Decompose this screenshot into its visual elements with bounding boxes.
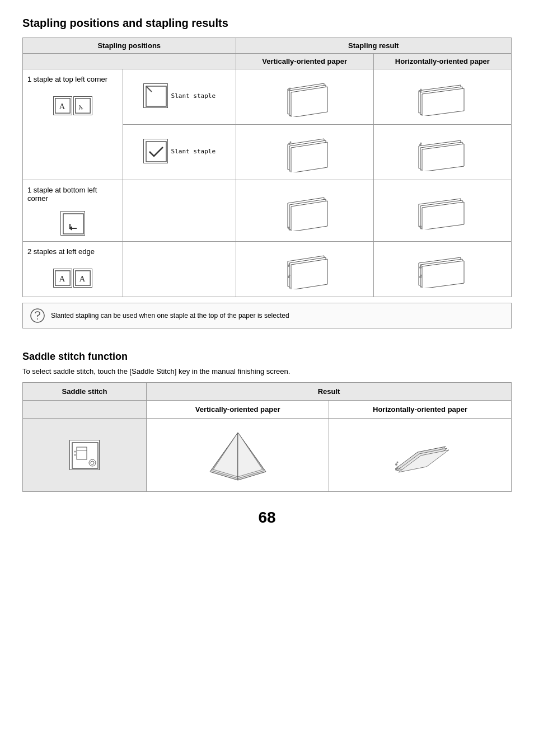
svg-point-15 xyxy=(420,88,421,90)
stapling-result-header: Stapling result xyxy=(236,38,511,54)
saddle-result-v xyxy=(147,419,329,492)
svg-point-53 xyxy=(419,266,421,269)
svg-point-65 xyxy=(91,461,94,464)
svg-marker-31 xyxy=(291,201,327,231)
svg-rect-59 xyxy=(72,443,98,468)
slant-staple-check-icon-cell: Slant staple xyxy=(123,125,236,180)
bottom-left-corner-label: 1 staple at bottom left corner xyxy=(23,180,123,242)
section2-title: Saddle stitch function xyxy=(22,351,512,363)
stapling-positions-subheader xyxy=(23,54,236,69)
vertically-oriented-header: Vertically-oriented paper xyxy=(236,54,373,69)
svg-point-14 xyxy=(419,90,421,92)
saddle-data-row xyxy=(23,419,512,492)
saddle-icon xyxy=(69,440,100,470)
svg-rect-16 xyxy=(146,142,166,162)
result-h-row1b xyxy=(373,125,511,180)
horizontally-oriented-header: Horizontally-oriented paper xyxy=(373,54,511,69)
svg-point-56 xyxy=(420,274,421,276)
svg-point-37 xyxy=(419,226,421,228)
svg-text:A: A xyxy=(59,102,65,111)
note-text: Slanted stapling can be used when one st… xyxy=(51,312,289,320)
result-v-row1b xyxy=(236,125,373,180)
result-h-row3 xyxy=(373,242,511,297)
top-left-icon-pair: A A xyxy=(27,96,118,115)
small-icon-a1: A xyxy=(53,96,72,115)
slant-staple-box-icon xyxy=(143,83,168,108)
svg-text:A: A xyxy=(59,274,65,283)
saddle-stitch-subheader xyxy=(23,401,147,419)
svg-point-20 xyxy=(288,143,291,145)
svg-point-9 xyxy=(288,89,291,91)
svg-rect-60 xyxy=(77,447,87,459)
saddle-result-header: Result xyxy=(147,383,512,401)
svg-point-33 xyxy=(289,228,291,230)
saddle-stitch-header: Saddle stitch xyxy=(23,383,147,401)
svg-marker-8 xyxy=(291,87,327,117)
stapling-table: Stapling positions Stapling result Verti… xyxy=(22,37,512,297)
saddle-vertically-header: Vertically-oriented paper xyxy=(147,401,329,419)
page-number: 68 xyxy=(22,509,512,527)
result-v-row1a xyxy=(236,69,373,125)
svg-point-78 xyxy=(396,462,398,463)
result-v-row3 xyxy=(236,242,373,297)
saddle-icon-cell xyxy=(23,419,147,492)
svg-point-55 xyxy=(419,276,421,278)
result-h-row2 xyxy=(373,180,511,242)
saddle-header-row: Saddle stitch Result xyxy=(23,383,512,401)
result-h-row1a xyxy=(373,69,511,125)
svg-marker-68 xyxy=(213,433,238,477)
bottom-left-icon-cell xyxy=(123,180,236,242)
svg-point-25 xyxy=(419,144,421,146)
note-box: Slanted stapling can be used when one st… xyxy=(22,303,512,328)
svg-point-76 xyxy=(396,467,398,468)
svg-text:A: A xyxy=(77,103,84,112)
svg-point-10 xyxy=(289,88,291,90)
svg-point-38 xyxy=(420,228,421,229)
note-icon xyxy=(30,308,45,323)
section2-subtitle: To select saddle stitch, touch the [Sadd… xyxy=(22,367,512,375)
left-edge-icon-pair: A A xyxy=(27,269,118,288)
saddle-horizontally-header: Horizontally-oriented paper xyxy=(329,401,512,419)
svg-point-63 xyxy=(74,454,76,456)
saddle-result-h xyxy=(329,419,512,492)
svg-point-62 xyxy=(74,451,76,453)
left-edge-icon-cell xyxy=(123,242,236,297)
svg-point-64 xyxy=(89,459,96,466)
bottom-left-icon xyxy=(60,211,85,236)
svg-point-75 xyxy=(395,468,397,471)
svg-point-32 xyxy=(288,227,290,229)
svg-point-49 xyxy=(289,275,291,276)
table-row: 2 staples at left edge A A xyxy=(23,242,512,297)
small-icon-a2: A xyxy=(73,96,92,115)
table-row: 1 staple at top left corner A A xyxy=(23,69,512,125)
small-icon-a3: A xyxy=(53,269,72,288)
small-icon-a4: A xyxy=(73,269,92,288)
svg-line-5 xyxy=(146,86,152,92)
slant-staple-box-icon-cell: Slant staple xyxy=(123,69,236,125)
svg-point-48 xyxy=(288,276,290,278)
slant-staple-check-icon xyxy=(143,139,168,163)
svg-rect-27 xyxy=(63,214,83,234)
svg-point-47 xyxy=(289,264,291,265)
top-left-corner-label: 1 staple at top left corner A A xyxy=(23,69,123,180)
stapling-positions-header: Stapling positions xyxy=(23,38,236,54)
slant-staple-label-2: Slant staple xyxy=(171,148,216,155)
section1-title: Stapling positions and stapling results xyxy=(22,17,512,30)
svg-point-26 xyxy=(420,142,421,144)
result-v-row2 xyxy=(236,180,373,242)
svg-point-77 xyxy=(395,463,397,466)
saddle-table: Saddle stitch Result Vertically-oriented… xyxy=(22,382,512,492)
svg-point-46 xyxy=(288,265,290,267)
svg-text:A: A xyxy=(79,274,85,283)
svg-point-54 xyxy=(420,265,421,266)
saddle-subheader-row: Vertically-oriented paper Horizontally-o… xyxy=(23,401,512,419)
svg-marker-71 xyxy=(238,433,263,477)
svg-marker-19 xyxy=(291,142,327,172)
svg-point-21 xyxy=(290,142,292,143)
table-row: 1 staple at bottom left corner xyxy=(23,180,512,242)
slant-staple-label-1: Slant staple xyxy=(171,92,216,100)
svg-marker-45 xyxy=(291,259,327,289)
left-edge-label: 2 staples at left edge A A xyxy=(23,242,123,297)
